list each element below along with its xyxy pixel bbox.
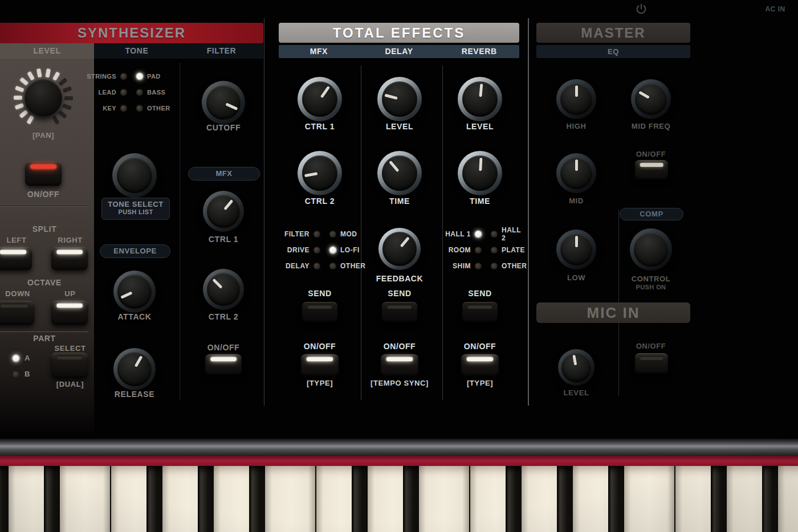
tone-select-knob[interactable] <box>112 153 157 198</box>
reverb-on-off-button[interactable] <box>461 354 499 376</box>
part-a-label: A <box>25 354 30 362</box>
part-select-button[interactable] <box>51 353 88 378</box>
shim-led <box>475 263 482 269</box>
synth-on-off-lamp <box>31 165 56 169</box>
mfx-led-row-3: DELAY OTHER <box>279 261 361 271</box>
delay-time-knob[interactable] <box>377 151 422 195</box>
fx-mfx-ctrl1-knob[interactable] <box>298 77 342 121</box>
delay-send-label: SEND <box>371 289 428 298</box>
filter-ctrl2-label: CTRL 2 <box>195 312 252 321</box>
reverb-time-knob[interactable] <box>458 151 502 195</box>
eq-subheader: EQ <box>536 45 690 58</box>
mic-on-off-button[interactable] <box>635 353 668 374</box>
part-b-indicator: B <box>13 370 30 378</box>
mfx-send-lamp <box>307 305 332 309</box>
release-knob[interactable] <box>113 348 156 390</box>
delay-level-label: LEVEL <box>371 122 428 131</box>
mic-on-off-label: ON/OFF <box>622 342 679 350</box>
eq-high-label: HIGH <box>548 122 605 130</box>
total-effects-header: TOTAL EFFECTS <box>279 23 519 43</box>
master-header: MASTER <box>536 23 690 43</box>
level-knob[interactable] <box>25 79 62 117</box>
delay-level-knob[interactable] <box>377 77 422 121</box>
other-type-led <box>329 263 336 269</box>
release-label: RELEASE <box>106 390 163 399</box>
power-icon[interactable] <box>634 2 648 16</box>
filter-type-led <box>314 231 320 238</box>
white-key[interactable] <box>60 466 110 532</box>
part-header: PART <box>10 334 79 343</box>
mfx-led-label: DELAY <box>279 262 310 270</box>
dual-label: [DUAL] <box>51 380 89 388</box>
comp-control-knob[interactable] <box>630 228 672 271</box>
mic-level-knob[interactable] <box>558 349 595 386</box>
synth-on-off-button[interactable] <box>25 162 62 186</box>
delay-on-off-label: ON/OFF <box>371 342 428 351</box>
delay-on-off-button[interactable] <box>381 354 418 376</box>
comp-control-label: CONTROL <box>622 275 679 283</box>
mod-led <box>329 231 336 238</box>
piano-keyboard <box>0 466 798 532</box>
tone-led-label: LEAD <box>85 89 116 96</box>
reverb-send-lamp <box>467 305 492 309</box>
octave-down-button[interactable] <box>0 301 34 325</box>
filter-ctrl2-knob[interactable] <box>203 269 244 310</box>
mic-on-off-lamp <box>640 356 663 360</box>
filter-subheader: FILTER <box>180 43 263 59</box>
white-key[interactable] <box>419 466 469 532</box>
eq-on-off-label: ON/OFF <box>622 150 679 158</box>
delay-send-button[interactable] <box>382 302 417 322</box>
delay-on-off-lamp <box>386 357 413 361</box>
eq-low-label: LOW <box>548 273 605 282</box>
section-divider <box>264 18 264 406</box>
fx-mfx-ctrl2-knob[interactable] <box>298 151 342 195</box>
reverb-level-label: LEVEL <box>451 122 508 131</box>
mfx-subheader: MFX <box>279 45 359 58</box>
mfx-send-button[interactable] <box>302 302 337 322</box>
eq-mid-freq-label: MID FREQ <box>622 122 679 130</box>
eq-mid-freq-knob[interactable] <box>631 79 671 119</box>
delay-send-lamp <box>387 305 412 309</box>
tempo-sync-label: [TEMPO SYNC] <box>363 379 437 387</box>
reverb-type-label: [TYPE] <box>451 379 508 387</box>
white-key[interactable] <box>265 466 315 532</box>
room-led <box>475 247 482 253</box>
reverb-on-off-label: ON/OFF <box>451 342 508 351</box>
mfx-on-off-lamp <box>307 357 333 361</box>
split-left-button[interactable] <box>0 247 32 270</box>
reverb-level-knob[interactable] <box>458 77 502 121</box>
eq-high-knob[interactable] <box>556 79 596 119</box>
part-b-led <box>13 371 19 378</box>
octave-up-label: UP <box>54 289 87 298</box>
delay-type-led <box>314 263 320 269</box>
reverb-send-button[interactable] <box>462 302 498 322</box>
eq-mid-knob[interactable] <box>556 153 596 193</box>
eq-on-off-button[interactable] <box>635 160 668 179</box>
tone-led-label: PAD <box>147 73 161 80</box>
octave-down-lamp <box>1 304 28 308</box>
part-select-label: SELECT <box>52 344 88 353</box>
lead-led <box>120 89 127 96</box>
push-list-label: PUSH LIST <box>102 208 169 215</box>
filter-ctrl1-knob[interactable] <box>203 191 244 232</box>
tone-subheader: TONE <box>94 43 180 59</box>
white-key[interactable] <box>624 466 674 532</box>
white-key[interactable] <box>778 466 798 532</box>
octave-up-button[interactable] <box>51 301 88 325</box>
attack-knob[interactable] <box>113 271 156 313</box>
delay-subheader: DELAY <box>359 45 439 58</box>
delay-feedback-knob[interactable] <box>378 228 421 270</box>
part-select-lamp <box>57 355 83 359</box>
keyboard-rail <box>0 439 798 457</box>
split-right-button[interactable] <box>51 247 88 270</box>
fx-mfx-ctrl2-label: CTRL 2 <box>291 197 348 206</box>
reverb-led-label: SHIM <box>440 262 471 270</box>
envelope-header: ENVELOPE <box>100 244 170 258</box>
cutoff-knob[interactable] <box>202 81 245 124</box>
eq-low-knob[interactable] <box>556 230 596 269</box>
hall1-led <box>475 231 482 238</box>
octave-header: OCTAVE <box>10 278 79 287</box>
filter-mfx-on-off-button[interactable] <box>205 354 242 375</box>
eq-mid-label: MID <box>548 197 605 205</box>
mfx-on-off-button[interactable] <box>301 354 339 376</box>
